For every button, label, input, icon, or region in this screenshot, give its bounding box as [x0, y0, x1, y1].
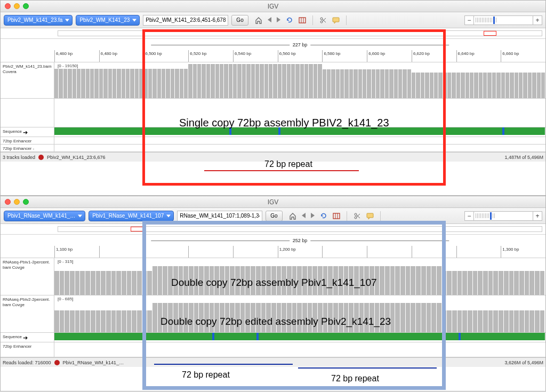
igv-window-2: IGV Pbiv1_RNase_WM_k141_… Pbiv1_RNase_WM… — [0, 196, 546, 391]
status-reads: Reads loaded: 716000 — [3, 360, 51, 365]
locus-input[interactable] — [177, 211, 262, 221]
track-label-enh-plus: 72bp Enhancer — [1, 137, 54, 144]
forward-icon[interactable] — [311, 212, 315, 220]
scissor-icon[interactable] — [354, 212, 361, 220]
window-titlebar[interactable]: IGV — [1, 196, 545, 208]
comment-icon[interactable] — [332, 17, 340, 24]
zoom-in-button[interactable]: + — [533, 15, 542, 25]
track-label-sequence: Sequence — [3, 334, 22, 340]
forward-icon[interactable] — [277, 16, 280, 24]
annotation-line-blue-2 — [298, 367, 437, 369]
toolbar: Pbiv1_RNase_WM_k141_… Pbiv1_RNase_WM_k14… — [1, 208, 545, 224]
window-title: IGV — [1, 198, 545, 206]
refresh-icon[interactable] — [286, 17, 293, 24]
genome-select[interactable]: Pbiv1_RNase_WM_k141_… — [4, 211, 85, 221]
sequence-track[interactable]: Sequence➔ — [1, 333, 545, 342]
enhancer-plus-track[interactable]: 72bp Enhancer — [1, 137, 545, 145]
chromosome-select[interactable]: Pbiv2_WM_K141_23 — [76, 15, 140, 26]
enhancer-minus-track[interactable]: 72bp Enhancer - — [1, 145, 545, 152]
status-bar: 3 tracks loaded Pbiv2_WM_K141_23:6,676 1… — [1, 152, 545, 162]
svg-rect-0 — [299, 18, 306, 23]
maximize-icon[interactable] — [23, 199, 29, 205]
coverage1-yrange: [0 - 315] — [57, 259, 74, 264]
back-icon[interactable] — [302, 212, 306, 220]
track-label-coverage: Pbiv2_WM_k141_23.bam Covera — [1, 62, 54, 98]
back-icon[interactable] — [268, 16, 271, 24]
ruler[interactable]: 227 bp 6,460 bp6,480 bp6,500 bp6,520 bp6… — [1, 39, 545, 62]
svg-rect-7 — [333, 18, 339, 22]
sequence-track[interactable]: Sequence➔ — [1, 127, 545, 137]
comment-icon[interactable] — [366, 212, 374, 220]
minimize-icon[interactable] — [14, 3, 20, 9]
svg-rect-15 — [367, 213, 373, 218]
window-titlebar[interactable]: IGV — [1, 1, 545, 12]
minimize-icon[interactable] — [14, 199, 20, 205]
range-label: 252 bp — [293, 238, 308, 243]
status-dot-icon — [54, 360, 60, 365]
zoom-slider[interactable] — [474, 15, 533, 25]
status-memory: 1,487M of 5,496M — [504, 155, 543, 160]
home-icon[interactable] — [255, 17, 262, 24]
close-icon[interactable] — [5, 199, 11, 205]
scissor-icon[interactable] — [319, 17, 327, 24]
go-button[interactable]: Go — [266, 211, 282, 221]
maximize-icon[interactable] — [23, 3, 29, 9]
zoom-out-button[interactable]: − — [464, 211, 474, 221]
home-icon[interactable] — [289, 212, 296, 220]
status-locus: Pbiv1_RNase_WM_k141_… — [63, 360, 124, 365]
status-locus: Pbiv2_WM_K141_23:6,676 — [47, 155, 106, 160]
coverage-track-2[interactable]: RNAseq-Pbiv2-2percent.bam Covge [0 - 685… — [1, 295, 545, 333]
window-title: IGV — [1, 3, 545, 10]
genome-select[interactable]: Pbiv2_WM_k141_23.fa — [4, 15, 73, 26]
status-memory: 3,626M of 5,496M — [504, 360, 543, 365]
coverage-yrange: [0 - 19150] — [57, 63, 79, 68]
svg-rect-8 — [333, 213, 340, 219]
chromosome-select[interactable]: Pbiv1_RNase_WM_k141_107 — [89, 211, 174, 221]
annotation-repeat-2a: 72 bp repeat — [182, 370, 230, 380]
go-button[interactable]: Go — [231, 15, 248, 26]
track-label-sequence: Sequence — [3, 129, 22, 134]
zoom-slider[interactable] — [474, 211, 533, 221]
status-tracks: 3 tracks loaded — [3, 155, 35, 160]
track-label-enh-minus: 72bp Enhancer - — [1, 145, 54, 151]
coverage-track[interactable]: Pbiv2_WM_k141_23.bam Covera [0 - 19150] — [1, 62, 545, 99]
annotation-repeat-2b: 72 bp repeat — [331, 374, 379, 383]
alignment-track[interactable] — [1, 99, 545, 127]
range-label: 227 bp — [293, 42, 308, 47]
region-icon[interactable] — [333, 212, 340, 220]
refresh-icon[interactable] — [320, 212, 327, 220]
track-label-cov1: RNAseq-Pbiv1-2percent.bam Covge — [1, 258, 54, 295]
zoom-out-button[interactable]: − — [464, 15, 474, 25]
toolbar: Pbiv2_WM_k141_23.fa Pbiv2_WM_K141_23 Go — [1, 12, 545, 28]
ideogram[interactable] — [1, 28, 545, 39]
ideogram[interactable] — [1, 224, 545, 235]
track-label-cov2: RNAseq-Pbiv2-2percent.bam Covge — [1, 295, 54, 332]
enhancer-track[interactable]: 72bp Enhancer — [1, 342, 545, 357]
close-icon[interactable] — [5, 3, 11, 9]
zoom-in-button[interactable]: + — [533, 211, 542, 221]
ruler[interactable]: 252 bp 1,100 bp1,200 bp1,300 bp — [1, 235, 545, 258]
track-label-enhancer: 72bp Enhancer — [1, 342, 54, 357]
region-icon[interactable] — [299, 17, 306, 24]
locus-input[interactable] — [143, 15, 228, 26]
status-dot-icon — [38, 155, 44, 160]
status-bar: Reads loaded: 716000 Pbiv1_RNase_WM_k141… — [1, 357, 545, 367]
annotation-line-red — [204, 170, 359, 171]
coverage2-yrange: [0 - 685] — [57, 297, 74, 301]
igv-window-1: IGV Pbiv2_WM_k141_23.fa Pbiv2_WM_K141_23… — [0, 0, 546, 196]
coverage-track-1[interactable]: RNAseq-Pbiv1-2percent.bam Covge [0 - 315… — [1, 258, 545, 295]
